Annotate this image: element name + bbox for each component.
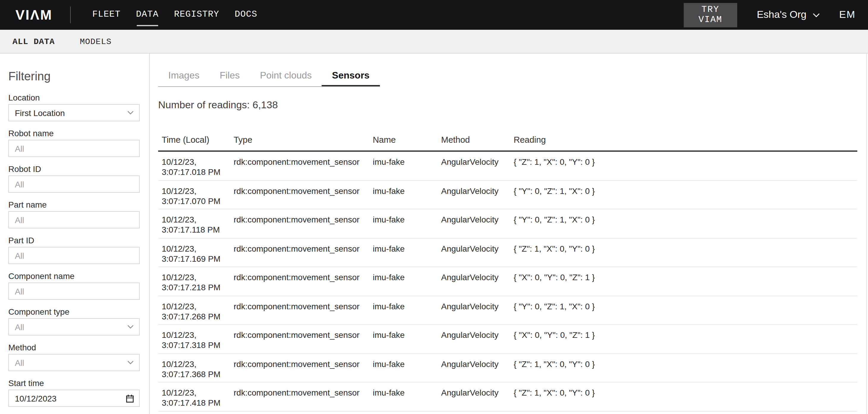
cell-time: 10/12/23,3:07:17.318 PM [162,330,234,353]
user-menu[interactable]: EM [839,9,856,21]
select-chevron [127,360,134,365]
select-value: First Location [15,108,65,117]
cell-method: AngularVelocity [441,244,514,266]
cell-time: 10/12/23,3:07:17.018 PM [162,157,234,180]
nav-item-data[interactable]: DATA [136,9,159,21]
cell-reading: { "Z": 1, "X": 0, "Y": 0 } [514,359,857,382]
filter-fields: LocationFirst LocationRobot nameRobot ID… [8,93,140,414]
top-nav-right: TRY VIAM Esha's Org EM [684,3,856,27]
filter-input-robot-name[interactable] [8,140,140,157]
cell-time-date: 10/12/23, [162,215,229,225]
cell-time-date: 10/12/23, [162,186,229,196]
cell-time-clock: 3:07:17.418 PM [162,398,229,408]
cell-name: imu-fake [373,272,441,295]
org-switcher[interactable]: Esha's Org [757,9,819,21]
cell-type: rdk:component:movement_sensor [234,388,373,411]
cell-method: AngularVelocity [441,301,514,324]
cell-name: imu-fake [373,359,441,382]
cell-reading: { "Z": 1, "X": 0, "Y": 0 } [514,244,857,266]
cell-name: imu-fake [373,215,441,238]
tab-files[interactable]: Files [210,70,250,86]
cell-reading: { "X": 0, "Y": 0, "Z": 1 } [514,272,857,295]
filter-input-robot-id[interactable] [8,175,140,193]
filter-field-part-id: Part ID [8,236,140,264]
data-type-tabs: ImagesFilesPoint cloudsSensors [158,70,380,87]
filter-input-part-name[interactable] [8,211,140,229]
cell-time-clock: 3:07:17.268 PM [162,312,229,322]
filter-label: Method [8,343,140,352]
viam-data-app: VIΛM FLEETDATAREGISTRYDOCS TRY VIAM Esha… [0,0,868,414]
calendar-icon [126,394,134,403]
main-content: ImagesFilesPoint cloudsSensors Number of… [150,54,868,414]
cell-method: AngularVelocity [441,157,514,180]
cell-time-date: 10/12/23, [162,388,229,398]
tab-point-clouds[interactable]: Point clouds [250,70,322,86]
org-name: Esha's Org [757,9,806,21]
viam-logo[interactable]: VIΛM [16,8,52,22]
date-picker-icon [126,394,134,403]
column-header-reading: Reading [514,136,857,145]
nav-item-docs[interactable]: DOCS [235,9,257,21]
filter-label: Location [8,93,140,102]
filter-field-start-time: Start time10/12/202303:07:00 PM [8,379,140,414]
cell-time: 10/12/23,3:07:17.368 PM [162,359,234,382]
filter-label: Start time [8,379,140,388]
table-row: 10/12/23,3:07:17.118 PMrdk:component:mov… [158,209,857,238]
try-viam-button[interactable]: TRY VIAM [684,3,737,27]
cell-time-date: 10/12/23, [162,157,229,167]
cell-type: rdk:component:movement_sensor [234,272,373,295]
cell-method: AngularVelocity [441,272,514,295]
cell-time-clock: 3:07:17.070 PM [162,196,229,206]
cell-time: 10/12/23,3:07:17.169 PM [162,244,234,266]
filter-label: Part name [8,201,140,209]
filter-field-method: MethodAll [8,343,140,371]
cell-time-clock: 3:07:17.218 PM [162,283,229,293]
filter-field-component-name: Component name [8,272,140,300]
column-header-type: Type [234,136,373,145]
table-row: 10/12/23,3:07:17.318 PMrdk:component:mov… [158,325,857,354]
cell-method: AngularVelocity [441,388,514,411]
filter-label: Robot ID [8,165,140,174]
filter-select-location[interactable]: First Location [8,104,140,121]
table-row: 10/12/23,3:07:17.418 PMrdk:component:mov… [158,382,857,411]
table-row: 10/12/23,3:07:17.268 PMrdk:component:mov… [158,296,857,325]
filter-select-component-type[interactable]: All [8,318,140,335]
cell-time-clock: 3:07:17.018 PM [162,167,229,177]
select-chevron [127,111,134,115]
top-nav: VIΛM FLEETDATAREGISTRYDOCS TRY VIAM Esha… [0,0,868,30]
cell-type: rdk:component:movement_sensor [234,330,373,353]
column-header-time-local: Time (Local) [162,136,234,145]
cell-reading: { "Z": 1, "X": 0, "Y": 0 } [514,157,857,180]
start-date-input[interactable]: 10/12/2023 [8,390,140,407]
cell-type: rdk:component:movement_sensor [234,186,373,209]
cell-time-clock: 3:07:17.318 PM [162,340,229,350]
cell-name: imu-fake [373,186,441,209]
nav-divider [70,6,71,23]
readings-count: Number of readings: 6,138 [158,99,868,111]
tab-images[interactable]: Images [158,70,210,86]
chevron-down-icon [127,111,134,115]
cell-time: 10/12/23,3:07:17.418 PM [162,388,234,411]
cell-method: AngularVelocity [441,186,514,209]
column-header-name: Name [373,136,441,145]
subnav-tab-models[interactable]: MODELS [80,37,112,46]
filter-input-component-name[interactable] [8,283,140,300]
cell-reading: { "Y": 0, "Z": 1, "X": 0 } [514,301,857,324]
filter-sidebar: Filtering LocationFirst LocationRobot na… [0,54,150,414]
cell-time: 10/12/23,3:07:17.218 PM [162,272,234,295]
filter-select-method[interactable]: All [8,354,140,371]
chevron-down-icon [127,325,134,329]
tab-sensors[interactable]: Sensors [322,70,380,86]
cell-name: imu-fake [373,157,441,180]
nav-item-registry[interactable]: REGISTRY [174,9,219,21]
scrollbar-track[interactable] [866,54,867,414]
chevron-down-icon [127,360,134,365]
subnav-tab-all-data[interactable]: ALL DATA [12,37,55,46]
filter-field-robot-name: Robot name [8,129,140,157]
filter-input-part-id[interactable] [8,247,140,264]
cell-method: AngularVelocity [441,215,514,238]
cell-time-date: 10/12/23, [162,244,229,254]
filter-label: Robot name [8,129,140,138]
cell-time-clock: 3:07:17.118 PM [162,225,229,235]
nav-item-fleet[interactable]: FLEET [92,9,120,21]
